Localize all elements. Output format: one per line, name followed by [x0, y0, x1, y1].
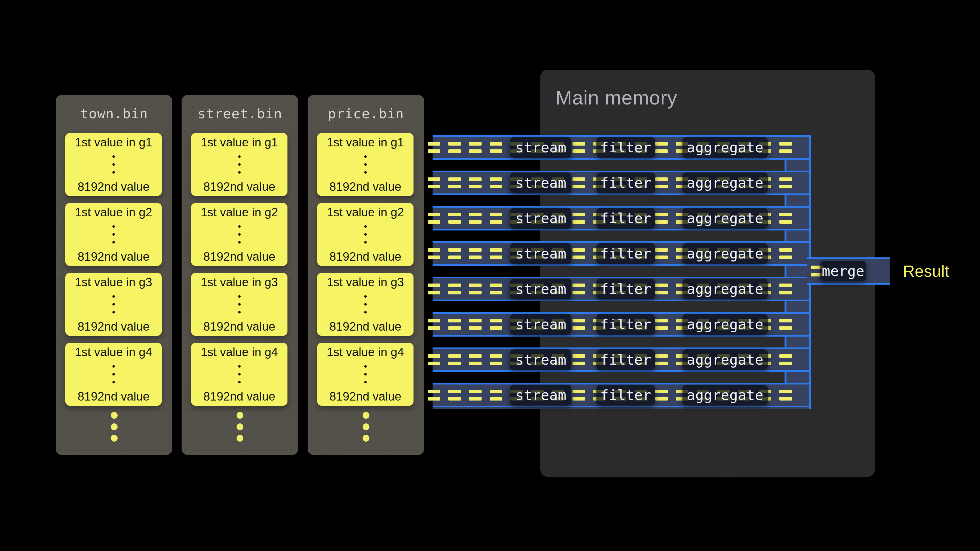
first-value-label: 1st value in g4	[327, 346, 404, 359]
dot-icon	[238, 381, 241, 383]
data-chunk-icon	[490, 248, 502, 259]
data-chunk-icon	[573, 213, 585, 224]
pipeline-row: streamfilteraggregate	[433, 171, 809, 195]
data-chunk-icon	[490, 354, 502, 365]
vertical-ellipsis-icon	[238, 225, 241, 243]
last-value-label: 8192nd value	[78, 250, 150, 263]
data-chunk-icon	[655, 319, 668, 330]
pipeline-gap	[433, 195, 786, 206]
data-chunk-icon	[490, 178, 502, 188]
value-group-block: 1st value in g38192nd value	[65, 273, 162, 336]
stream-chip: stream	[510, 349, 571, 370]
first-value-label: 1st value in g3	[75, 276, 152, 289]
dot-icon	[364, 163, 367, 166]
dot-icon	[238, 303, 241, 306]
data-chunk-icon	[449, 213, 461, 224]
first-value-label: 1st value in g1	[327, 136, 404, 149]
data-chunk-icon	[573, 390, 585, 400]
stream-chip: stream	[510, 208, 571, 229]
stream-chip: stream	[510, 314, 571, 335]
dot-icon	[238, 233, 241, 236]
dot-icon	[113, 225, 115, 228]
data-chunk-icon	[780, 354, 792, 365]
data-chunk-icon	[428, 248, 440, 259]
file-name: street.bin	[181, 95, 298, 132]
last-value-label: 8192nd value	[329, 180, 401, 193]
data-chunk-icon	[469, 390, 482, 400]
file-name-text: town.bin	[80, 106, 148, 122]
pipeline-row: streamfilteraggregate	[433, 312, 809, 337]
dot-icon	[113, 156, 115, 158]
last-value-label: 8192nd value	[204, 180, 275, 193]
value-group-block: 1st value in g48192nd value	[317, 343, 414, 406]
stream-chip: stream	[510, 137, 571, 158]
file-name: price.bin	[308, 95, 424, 132]
filter-chip: filter	[597, 173, 655, 193]
dot-icon	[364, 373, 367, 375]
vertical-ellipsis-icon	[113, 365, 115, 383]
dot-icon	[113, 373, 115, 375]
vertical-ellipsis-icon	[238, 365, 241, 383]
dot-icon	[364, 295, 367, 298]
vertical-ellipsis-icon	[364, 225, 367, 243]
value-blocks: 1st value in g18192nd value1st value in …	[65, 133, 162, 413]
data-chunk-icon	[655, 178, 668, 188]
first-value-label: 1st value in g1	[75, 136, 152, 149]
last-value-label: 8192nd value	[78, 390, 150, 403]
data-chunk-icon	[449, 319, 461, 330]
last-value-label: 8192nd value	[329, 250, 401, 263]
data-chunk-icon	[573, 354, 585, 365]
dot-icon	[238, 373, 241, 375]
value-group-block: 1st value in g28192nd value	[317, 203, 414, 266]
dot-icon	[238, 225, 241, 228]
data-chunk-icon	[449, 390, 461, 400]
pipeline-row: streamfilteraggregate	[433, 206, 809, 230]
vertical-ellipsis-icon	[113, 156, 115, 174]
vertical-ellipsis-icon	[364, 295, 367, 313]
pipeline-gap	[433, 372, 786, 383]
data-chunk-icon	[469, 284, 482, 294]
more-groups-ellipsis-icon	[56, 412, 172, 441]
data-chunk-icon	[573, 284, 585, 294]
vertical-ellipsis-icon	[238, 156, 241, 174]
aggregate-chip: aggregate	[682, 137, 768, 158]
dot-icon	[364, 311, 367, 313]
dot-icon	[364, 171, 367, 174]
data-chunk-icon	[490, 390, 502, 400]
data-chunk-icon	[655, 390, 668, 400]
data-chunk-icon	[573, 319, 585, 330]
data-chunk-icon	[490, 213, 502, 224]
dot-icon	[113, 311, 115, 313]
dot-icon	[113, 381, 115, 383]
last-value-label: 8192nd value	[78, 180, 150, 193]
data-chunk-icon	[780, 178, 792, 188]
last-value-label: 8192nd value	[329, 390, 401, 403]
data-chunk-icon	[449, 284, 461, 294]
data-chunk-icon	[490, 284, 502, 294]
dot-icon	[237, 435, 243, 441]
dot-icon	[364, 381, 367, 383]
dot-icon	[238, 156, 241, 158]
vertical-ellipsis-icon	[364, 156, 367, 174]
data-chunk-icon	[573, 248, 585, 259]
value-group-block: 1st value in g18192nd value	[191, 133, 288, 196]
data-chunk-icon	[655, 213, 668, 224]
pipeline-diagram: Main memory town.bin1st value in g18192n…	[0, 0, 980, 551]
filter-chip: filter	[597, 137, 655, 158]
pipeline-row: streamfilteraggregate	[433, 135, 809, 160]
pipeline-row: streamfilteraggregate	[433, 277, 809, 301]
value-group-block: 1st value in g48192nd value	[191, 343, 288, 406]
dot-icon	[111, 423, 118, 430]
dot-icon	[238, 241, 241, 243]
data-chunk-icon	[449, 248, 461, 259]
dot-icon	[364, 233, 367, 236]
filter-chip: filter	[597, 314, 655, 335]
filter-chip: filter	[597, 349, 655, 370]
data-chunk-icon	[428, 319, 440, 330]
dot-icon	[113, 163, 115, 166]
data-chunk-icon	[655, 248, 668, 259]
data-chunk-icon	[573, 178, 585, 188]
pipeline-container: streamfilteraggregatestreamfilteraggrega…	[433, 135, 811, 409]
data-chunk-icon	[780, 390, 792, 400]
merge-chip: merge	[820, 261, 866, 281]
